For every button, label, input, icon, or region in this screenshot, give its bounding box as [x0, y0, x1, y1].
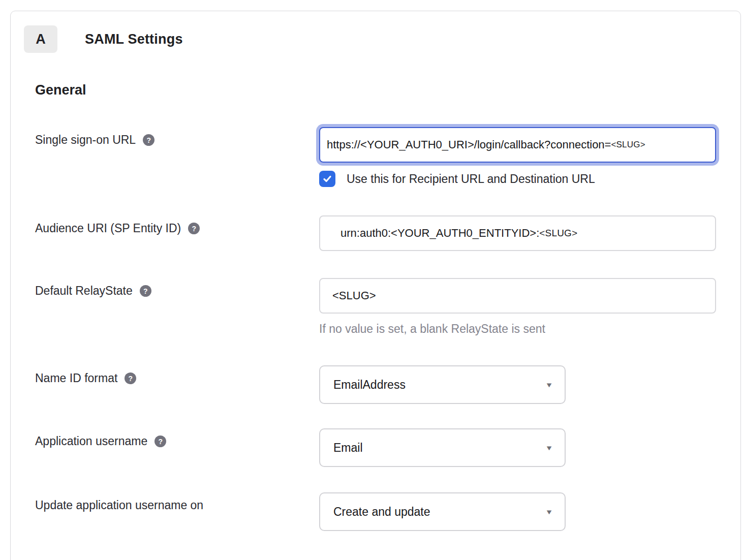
help-icon[interactable]: ?	[188, 223, 200, 234]
row-audience-uri: Audience URI (SP Entity ID) ? urn:auth0:…	[35, 215, 740, 251]
chevron-down-icon: ▼	[545, 381, 553, 389]
single-sign-on-url-label: Single sign-on URL	[35, 133, 136, 147]
field-label: Application username ?	[35, 428, 319, 448]
field-label: Update application username on	[35, 492, 319, 512]
chevron-down-icon: ▼	[545, 444, 553, 452]
input-value-slug: <SLUG>	[611, 140, 645, 150]
recipient-url-checkbox-label: Use this for Recipient URL and Destinati…	[347, 172, 595, 186]
section-title-general: General	[35, 82, 740, 98]
field-control: urn:auth0:<YOUR_AUTH0_ENTITYID>:<SLUG>	[319, 215, 740, 251]
name-id-format-select[interactable]: EmailAddress ▼	[319, 365, 566, 404]
field-label: Audience URI (SP Entity ID) ?	[35, 215, 319, 235]
update-application-username-on-select[interactable]: Create and update ▼	[319, 492, 566, 531]
audience-uri-label: Audience URI (SP Entity ID)	[35, 222, 181, 235]
single-sign-on-url-input[interactable]: https://<YOUR_AUTH0_URI>/login/callback?…	[319, 127, 716, 163]
recipient-url-checkbox-row: Use this for Recipient URL and Destinati…	[319, 171, 740, 187]
select-value: Create and update	[333, 505, 430, 519]
help-icon[interactable]: ?	[143, 134, 154, 146]
row-single-sign-on-url: Single sign-on URL ? https://<YOUR_AUTH0…	[35, 127, 740, 187]
chevron-down-icon: ▼	[545, 508, 553, 516]
field-control: Create and update ▼	[319, 492, 740, 531]
row-default-relaystate: Default RelayState ? <SLUG> If no value …	[35, 278, 740, 336]
row-application-username: Application username ? Email ▼	[35, 428, 740, 467]
help-icon[interactable]: ?	[140, 285, 151, 297]
field-label: Name ID format ?	[35, 365, 319, 385]
name-id-format-label: Name ID format	[35, 371, 117, 385]
field-control: Email ▼	[319, 428, 740, 467]
input-value-slug: <SLUG>	[539, 228, 577, 239]
select-value: Email	[333, 441, 363, 455]
update-application-username-on-label: Update application username on	[35, 499, 203, 512]
default-relaystate-label: Default RelayState	[35, 284, 133, 298]
input-value: <SLUG>	[332, 289, 376, 302]
field-control: EmailAddress ▼	[319, 365, 740, 404]
application-username-label: Application username	[35, 434, 147, 448]
input-value: urn:auth0:<YOUR_AUTH0_ENTITYID>:	[340, 227, 539, 240]
input-value: https://<YOUR_AUTH0_URI>/login/callback?…	[327, 138, 611, 151]
panel-title: SAML Settings	[85, 32, 183, 47]
field-control: https://<YOUR_AUTH0_URI>/login/callback?…	[319, 127, 740, 187]
saml-settings-panel: A SAML Settings General Single sign-on U…	[10, 11, 741, 560]
row-name-id-format: Name ID format ? EmailAddress ▼	[35, 365, 740, 404]
section-badge: A	[24, 25, 57, 53]
row-update-application-username-on: Update application username on Create an…	[35, 492, 740, 531]
field-label: Default RelayState ?	[35, 278, 319, 298]
help-icon[interactable]: ?	[125, 372, 136, 384]
saml-settings-form: Single sign-on URL ? https://<YOUR_AUTH0…	[35, 127, 740, 531]
help-icon[interactable]: ?	[154, 435, 166, 447]
default-relaystate-input[interactable]: <SLUG>	[319, 278, 716, 314]
select-value: EmailAddress	[333, 378, 406, 392]
field-control: <SLUG> If no value is set, a blank Relay…	[319, 278, 740, 336]
audience-uri-input[interactable]: urn:auth0:<YOUR_AUTH0_ENTITYID>:<SLUG>	[319, 215, 716, 251]
field-label: Single sign-on URL ?	[35, 127, 319, 147]
application-username-select[interactable]: Email ▼	[319, 428, 566, 467]
checkmark-icon	[322, 174, 332, 184]
panel-header: A SAML Settings	[24, 25, 740, 53]
recipient-url-checkbox[interactable]	[319, 171, 335, 187]
default-relaystate-helper-text: If no value is set, a blank RelayState i…	[319, 322, 740, 336]
